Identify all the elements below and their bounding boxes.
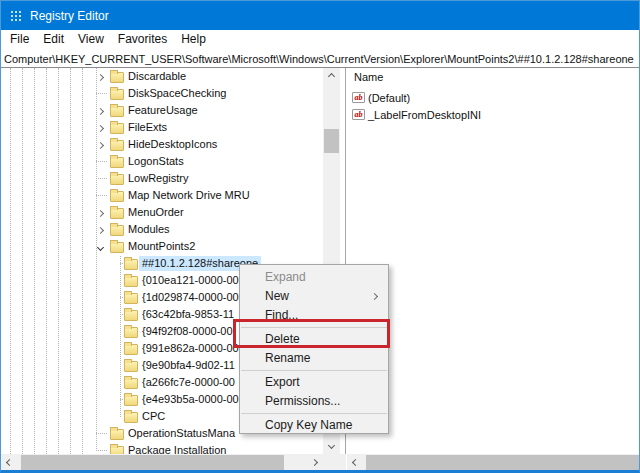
value-name: (Default) [368, 92, 410, 104]
tree-item-modules[interactable]: Modules [1, 221, 323, 238]
folder-icon [110, 89, 124, 100]
expand-arrow-icon[interactable] [95, 225, 105, 235]
tree-connector [96, 433, 107, 434]
folder-icon [110, 106, 124, 117]
registry-editor-window: Registry Editor FileEditViewFavoritesHel… [0, 0, 640, 473]
tree-item-diskspacechecking[interactable]: DiskSpaceChecking [1, 85, 323, 102]
registry-app-icon [10, 10, 22, 22]
values-horizontal-scrollbar[interactable] [347, 454, 640, 471]
tree-item-label: Package Installation [125, 443, 229, 454]
chevron-right-icon [311, 459, 318, 466]
folder-icon [110, 208, 124, 219]
expand-arrow-icon[interactable] [95, 208, 105, 218]
folder-icon [124, 276, 138, 287]
tree-item-logonstats[interactable]: LogonStats [1, 153, 323, 170]
menu-item-rename[interactable]: Rename [240, 349, 388, 368]
menu-item-export[interactable]: Export [240, 373, 388, 392]
tree-item-label: {63c42bfa-9853-11 [139, 307, 237, 322]
folder-icon [110, 157, 124, 168]
menu-separator [241, 413, 387, 414]
tree-item-label: HideDesktopIcons [125, 137, 220, 152]
tree-item-fileexts[interactable]: FileExts [1, 119, 323, 136]
chevron-down-icon [96, 243, 103, 250]
folder-icon [124, 378, 138, 389]
tree-connector [96, 93, 107, 94]
tree-connector [96, 450, 107, 451]
string-value-icon: ab [352, 92, 365, 103]
window-title: Registry Editor [30, 9, 109, 23]
menu-separator [241, 370, 387, 371]
tree-item-label: MenuOrder [125, 205, 187, 220]
chevron-down-icon [328, 442, 335, 449]
scroll-right-button[interactable] [306, 454, 323, 471]
collapse-arrow-icon[interactable] [95, 242, 105, 252]
tree-item-label: DiskSpaceChecking [125, 86, 229, 101]
folder-icon [124, 412, 138, 423]
tree-item-label: LowRegistry [125, 171, 192, 186]
folder-icon [110, 242, 124, 253]
folder-icon [124, 310, 138, 321]
menu-item-copy-key-name[interactable]: Copy Key Name [240, 416, 388, 435]
tree-item-discardable[interactable]: Discardable [1, 68, 323, 85]
tree-item-label: {991e862a-0000-00 [139, 341, 242, 356]
tree-item-menuorder[interactable]: MenuOrder [1, 204, 323, 221]
chevron-right-icon [96, 209, 103, 216]
menu-item-permissions[interactable]: Permissions... [240, 392, 388, 411]
menu-item-new[interactable]: New [240, 287, 388, 306]
scrollbar-corner [323, 454, 346, 471]
scrollbar-thumb[interactable] [324, 129, 339, 153]
tree-item-map-network-drive-mru[interactable]: Map Network Drive MRU [1, 187, 323, 204]
scrollbar-thumb[interactable] [366, 455, 640, 470]
folder-icon [124, 327, 138, 338]
title-bar[interactable]: Registry Editor [1, 1, 639, 30]
chevron-up-icon [328, 73, 335, 80]
tree-item-lowregistry[interactable]: LowRegistry [1, 170, 323, 187]
address-bar [1, 49, 639, 68]
tree-horizontal-scrollbar[interactable] [1, 454, 323, 471]
chevron-right-icon [96, 226, 103, 233]
tree-item-label: {010ea121-0000-00 [139, 273, 242, 288]
chevron-right-icon [96, 124, 103, 131]
menu-view[interactable]: View [71, 30, 111, 49]
expand-arrow-icon[interactable] [95, 140, 105, 150]
expand-arrow-icon[interactable] [95, 106, 105, 116]
string-value-icon: ab [352, 109, 365, 120]
scrollbar-thumb[interactable] [21, 455, 284, 470]
tree-item-label: {1d029874-0000-00 [139, 290, 242, 305]
scroll-left-button[interactable] [347, 454, 364, 471]
column-header-name[interactable]: Name [354, 71, 383, 83]
chevron-left-icon [6, 459, 13, 466]
values-pane: Name ab(Default)ab_LabelFromDesktopINI [347, 68, 640, 471]
tree-item-label: Modules [125, 222, 173, 237]
tree-item-label: MountPoints2 [125, 239, 198, 254]
expand-arrow-icon[interactable] [95, 72, 105, 82]
folder-icon [110, 123, 124, 134]
values-list: ab(Default)ab_LabelFromDesktopINI [347, 89, 640, 123]
scroll-left-button[interactable] [1, 454, 18, 471]
value-name: _LabelFromDesktopINI [368, 109, 481, 121]
tree-item-label: CPC [139, 409, 168, 424]
tree-item-label: LogonStats [125, 154, 187, 169]
tree-item-label: OperationStatusMana [125, 426, 238, 441]
scroll-up-button[interactable] [323, 68, 340, 85]
chevron-right-icon [96, 73, 103, 80]
tree-item-package-installation[interactable]: Package Installation [1, 442, 323, 454]
menu-file[interactable]: File [3, 30, 36, 49]
value-row-labelfromdesktopini[interactable]: ab_LabelFromDesktopINI [347, 106, 640, 123]
tree-item-featureusage[interactable]: FeatureUsage [1, 102, 323, 119]
menu-edit[interactable]: Edit [36, 30, 71, 49]
submenu-arrow-icon [371, 293, 378, 300]
menu-favorites[interactable]: Favorites [111, 30, 174, 49]
menu-bar: FileEditViewFavoritesHelp [1, 30, 639, 49]
value-row-default[interactable]: ab(Default) [347, 89, 640, 106]
menu-item-expand: Expand [240, 268, 388, 287]
tree-item-label: {94f92f08-0000-00 [139, 324, 236, 339]
address-input[interactable] [1, 51, 639, 69]
folder-icon [110, 140, 124, 151]
tree-item-mountpoints2[interactable]: MountPoints2 [1, 238, 323, 255]
tree-item-label: Discardable [125, 69, 189, 84]
tree-item-hidedesktopicons[interactable]: HideDesktopIcons [1, 136, 323, 153]
scroll-down-button[interactable] [323, 437, 340, 454]
expand-arrow-icon[interactable] [95, 123, 105, 133]
menu-help[interactable]: Help [174, 30, 213, 49]
